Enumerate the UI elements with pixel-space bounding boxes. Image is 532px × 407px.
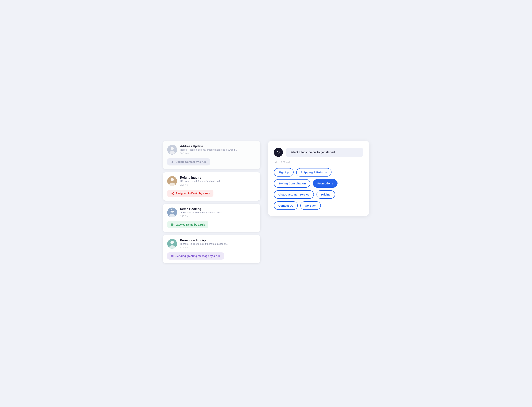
card-time-demo: 8:41 AM [180,215,188,218]
chat-avatar: S [274,148,283,157]
topic-chat-customer-service[interactable]: Chat Customer Service [274,190,314,199]
card-title-address: Address Update [180,145,237,148]
topic-row-4: Contact Us Go Back [274,201,363,210]
topic-shipping-returns[interactable]: Shipping & Returns [296,168,332,177]
topic-sign-up[interactable]: Sign Up [274,168,293,177]
right-panel: S Select a topic below to get started Mo… [268,141,369,216]
svg-point-2 [170,151,175,154]
badge-address: Update Contact by a rule [167,158,210,165]
topic-row-2: Styling Consultation Promotions [274,179,363,188]
card-title-refund: Refund Inquiry [180,176,223,179]
topic-go-back[interactable]: Go Back [300,201,321,210]
card-time-refund: 9:30 AM [180,183,188,186]
avatar-demo [167,208,177,217]
svg-point-10 [173,192,174,193]
card-title-promotion: Promotion Inquiry [180,239,228,242]
card-time-promotion: 9:00 AM [180,246,188,249]
topic-promotions[interactable]: Promotions [313,179,338,188]
topic-grid: Sign Up Shipping & Returns Styling Consu… [274,168,363,210]
left-panel: Address Update Hello!! I just realised m… [163,141,260,266]
topic-styling-consultation[interactable]: Styling Consultation [274,179,310,188]
person-icon [171,160,174,164]
card-promotion-inquiry[interactable]: Promotion Inquiry Hi there! I'd like to … [163,235,260,263]
badge-demo: Labeled Demo by a rule [167,221,208,228]
topic-row-1: Sign Up Shipping & Returns [274,168,363,177]
card-preview-address: Hello!! I just realised my shipping addr… [180,148,237,151]
avatar-address [167,145,177,155]
svg-point-4 [171,162,173,163]
avatar-promotion [167,239,177,249]
message-bubble: Select a topic below to get started [286,148,363,157]
card-preview-refund: Hi! I want to ask for a refund as I no l… [180,180,223,183]
svg-point-18 [170,241,174,244]
svg-point-3 [172,161,173,162]
chat-header: S Select a topic below to get started [274,148,363,157]
card-preview-promotion: Hi there! I'd like to ask if there's a d… [180,243,228,245]
topic-contact-us[interactable]: Contact Us [274,201,298,210]
topic-row-3: Chat Customer Service Pricing [274,190,363,199]
topic-pricing[interactable]: Pricing [316,190,335,199]
avatar-refund [167,176,177,186]
main-container: Address Update Hello!! I just realised m… [163,141,369,266]
svg-point-11 [172,194,174,195]
chat-icon [171,254,174,258]
card-preview-demo: Good day! I'd like to book a demo sess..… [180,211,224,214]
badge-refund: Assigned to David by a rule [167,190,213,197]
svg-point-6 [170,178,174,181]
svg-rect-9 [174,179,174,181]
card-title-demo: Demo Booking [180,207,224,211]
badge-promotion: Sending greeting message by a rule [167,252,224,259]
arrow-person-icon [171,192,174,195]
card-demo-booking[interactable]: Demo Booking Good day! I'd like to book … [163,204,260,232]
chat-timestamp: Mon, 9:30 AM [274,161,363,164]
svg-rect-8 [170,179,171,181]
card-refund-inquiry[interactable]: Refund Inquiry Hi! I want to ask for a r… [163,172,260,201]
svg-rect-16 [172,209,173,210]
card-time-address: 10:23 AM [180,152,190,155]
svg-point-1 [171,147,174,150]
card-address-update[interactable]: Address Update Hello!! I just realised m… [163,141,260,169]
label-icon [171,223,174,226]
